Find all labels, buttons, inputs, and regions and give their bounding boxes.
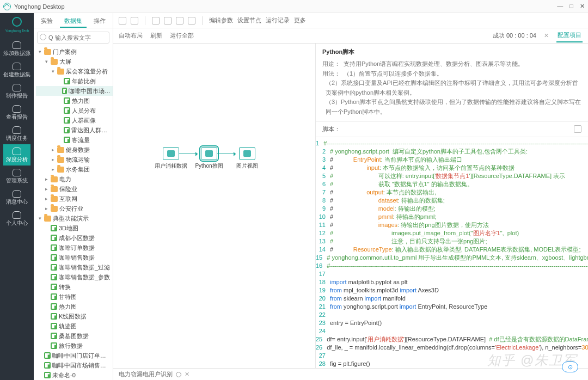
tree-folder[interactable]: ▾大屏 <box>36 57 113 66</box>
toolbar-icon[interactable] <box>176 17 183 24</box>
tree-folder[interactable]: ▸健身数据 <box>36 145 113 155</box>
tree-folder[interactable]: ▾展会客流量分析 <box>36 66 113 76</box>
dataset-icon <box>51 225 57 231</box>
menu-run-history[interactable]: 运行记录 <box>266 16 290 24</box>
menu-more[interactable]: 更多 <box>294 16 306 24</box>
toolbar-icon[interactable] <box>152 17 160 24</box>
toolbar-icon[interactable] <box>119 17 126 24</box>
tree-item[interactable]: 咖啡中国门店订单数据 <box>36 351 113 360</box>
tree-item[interactable]: 人员分布 <box>36 106 113 115</box>
tree-item[interactable]: 客流量 <box>36 135 113 145</box>
tree-item[interactable]: 咖啡中国市场销售数据 <box>36 360 113 370</box>
tree-folder[interactable]: ▸电力 <box>36 174 113 184</box>
expand-icon[interactable] <box>574 125 581 133</box>
tree-item[interactable]: 轨迹图 <box>36 321 113 331</box>
nav-item[interactable]: 调度任务 <box>3 123 30 144</box>
folder-icon <box>57 147 64 153</box>
status-text: 成功 00 : 00 : 04 <box>493 32 536 40</box>
tab-config[interactable]: 配置项目 <box>556 29 583 42</box>
dataset-icon <box>51 303 57 310</box>
tree-item[interactable]: 咖啡订单数据 <box>36 243 113 253</box>
tree-item[interactable]: 未命名-0 <box>36 370 113 380</box>
tree-item[interactable]: 咖啡销售数据 <box>36 253 113 262</box>
script-editor[interactable]: 1#--------------------------------------… <box>316 137 588 368</box>
btn-run-all[interactable]: 运行全部 <box>170 32 194 40</box>
folder-icon <box>51 59 58 65</box>
tab-dataset[interactable]: 数据集 <box>60 13 86 28</box>
dataset-icon <box>44 362 51 369</box>
tree-folder[interactable]: ▸公安行业 <box>36 204 113 213</box>
toolbar-icon[interactable] <box>131 17 138 24</box>
nav-item[interactable]: 个人中心 <box>3 208 30 229</box>
btn-auto-layout[interactable]: 自动布局 <box>119 32 143 40</box>
dataset-icon <box>51 274 57 280</box>
tree-item[interactable]: 咖啡中国市场销售数据 <box>36 86 113 96</box>
tree-item[interactable]: K线图数据 <box>36 311 113 321</box>
nav-item[interactable]: 深度分析 <box>3 144 30 166</box>
nav-icon <box>13 126 21 134</box>
bottom-tab[interactable]: 电力窃漏电用户识别 <box>119 370 173 378</box>
tree-item[interactable]: 咖啡销售数据_过滤 <box>36 262 113 272</box>
search-icon <box>40 34 46 40</box>
dataset-icon <box>44 352 51 359</box>
tree-item[interactable]: 转换 <box>36 282 113 292</box>
nav-item[interactable]: 管理系统 <box>3 166 30 187</box>
flow-canvas[interactable]: 用户消耗数据 Python推图 图片视图 <box>113 44 316 368</box>
toolbar-icon[interactable] <box>188 17 195 24</box>
close-icon[interactable]: ✕ <box>185 371 189 378</box>
tree-item[interactable]: 桑基图数据 <box>36 331 113 341</box>
flow-node-python[interactable]: Python推图 <box>195 147 223 170</box>
toolbar: 编辑参数 设置节点 运行记录 更多 <box>113 13 588 28</box>
dataset-icon <box>51 244 57 251</box>
toolbar-icon[interactable] <box>164 17 171 24</box>
window-close-button[interactable]: ✕ <box>580 3 585 10</box>
dataset-icon <box>51 235 57 241</box>
dataset-tree-pane: 实验 数据集 操作 ▾门户案例▾大屏▾展会客流量分析年龄比例咖啡中国市场销售数据… <box>34 13 113 380</box>
flow-node-imageview[interactable]: 图片视图 <box>233 147 261 170</box>
dataset-tree: ▾门户案例▾大屏▾展会客流量分析年龄比例咖啡中国市场销售数据热力图人员分布人群画… <box>34 46 113 380</box>
dataset-icon <box>51 293 57 300</box>
btn-refresh[interactable]: 刷新 <box>150 32 162 40</box>
config-title: Python脚本 <box>322 48 581 56</box>
tree-item[interactable]: 3D地图 <box>36 223 113 233</box>
nav-icon <box>13 169 21 176</box>
tree-item[interactable]: 热力图 <box>36 96 113 106</box>
nav-icon <box>13 190 21 198</box>
tree-item[interactable]: 年龄比例 <box>36 76 113 86</box>
nav-item[interactable]: 创建数据集 <box>3 59 30 81</box>
dataset-icon <box>51 264 57 271</box>
window-maximize-button[interactable]: □ <box>569 3 573 10</box>
tree-item[interactable]: 人群画像 <box>36 115 113 125</box>
tree-item[interactable]: 热力图 <box>36 302 113 311</box>
tree-item[interactable]: 咖啡销售数据_参数 <box>36 272 113 282</box>
tab-operation[interactable]: 操作 <box>87 13 113 28</box>
tree-item[interactable]: 成都小区数据 <box>36 233 113 243</box>
nav-item[interactable]: 消息中心 <box>3 187 30 208</box>
dataset-icon <box>51 254 57 261</box>
tree-item[interactable]: 雷达图人群画像 <box>36 125 113 135</box>
tree-item[interactable]: 甘特图 <box>36 292 113 302</box>
tree-folder[interactable]: ▾门户案例 <box>36 47 113 57</box>
dataset-icon <box>51 323 57 329</box>
assistant-button[interactable]: ⊙ <box>562 361 578 372</box>
menu-edit-params[interactable]: 编辑参数 <box>209 16 233 24</box>
nav-item[interactable]: 添加数据源 <box>3 38 30 59</box>
folder-icon <box>51 196 58 202</box>
dataset-icon <box>51 333 57 339</box>
menu-set-node[interactable]: 设置节点 <box>237 16 261 24</box>
tab-experiment[interactable]: 实验 <box>34 13 60 28</box>
window-minimize-button[interactable]: — <box>557 3 563 10</box>
tree-folder[interactable]: ▸物流运输 <box>36 155 113 164</box>
brand-logo: Yonghong Tech <box>5 16 28 34</box>
tree-folder[interactable]: ▸互联网 <box>36 194 113 204</box>
tree-folder[interactable]: ▾典型功能演示 <box>36 213 113 223</box>
search-input[interactable] <box>37 32 109 44</box>
tree-folder[interactable]: ▸保险业 <box>36 184 113 194</box>
search-icon[interactable] <box>176 372 181 377</box>
nav-item[interactable]: 查看报告 <box>3 102 30 123</box>
tree-folder[interactable]: ▸水务集团 <box>36 164 113 174</box>
nav-item[interactable]: 制作报告 <box>3 81 30 102</box>
flow-node-input[interactable]: 用户消耗数据 <box>157 147 185 170</box>
tree-item[interactable]: 旅行数据 <box>36 341 113 351</box>
close-icon[interactable]: ✕ <box>544 32 549 39</box>
